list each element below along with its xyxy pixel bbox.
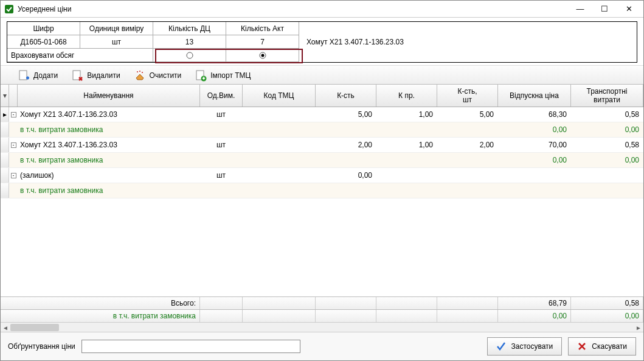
table-row[interactable]: ▸-Хомут Х21 3.407.1-136.23.03шт5,001,005… — [1, 107, 643, 122]
cell-code — [243, 143, 316, 147]
cell-qty: 2,00 — [316, 139, 376, 151]
row-marker — [1, 183, 9, 198]
radio-akt[interactable] — [226, 49, 299, 62]
close-button[interactable]: ✕ — [617, 2, 641, 16]
cell-price: 0,00 — [498, 124, 571, 136]
cell-transport — [571, 173, 643, 177]
table-row[interactable]: в т.ч. витрати замовника0,000,00 — [1, 122, 643, 138]
justify-label: Обґрунтування ціни — [8, 342, 75, 351]
minimize-button[interactable]: — — [568, 2, 592, 16]
cell-unit — [200, 158, 243, 162]
cell-transport — [571, 189, 643, 192]
scroll-left-icon[interactable]: ◄ — [1, 323, 10, 332]
h-qty[interactable]: К-сть — [316, 85, 376, 107]
svg-point-7 — [139, 71, 140, 72]
cell-transport: 0,00 — [571, 154, 643, 166]
cell-transport: 0,58 — [571, 108, 643, 121]
apply-label: Застосувати — [511, 342, 553, 351]
justify-input[interactable] — [81, 340, 300, 353]
grid-header: ▾ Найменування Од.Вим. Код ТМЦ К-сть К п… — [1, 85, 643, 107]
row-marker — [1, 138, 9, 152]
radio-dc[interactable] — [153, 49, 226, 62]
grid-body[interactable]: ▸-Хомут Х21 3.407.1-136.23.03шт5,001,005… — [1, 107, 643, 296]
cancel-label: Скасувати — [592, 342, 627, 351]
cell-name: (залишок) — [18, 169, 200, 181]
h-name[interactable]: Найменування — [18, 85, 200, 107]
add-icon — [18, 69, 30, 82]
footer: Обґрунтування ціни Застосувати Скасувати — [1, 332, 643, 360]
h-code[interactable]: Код ТМЦ — [243, 85, 316, 107]
val-qty-akt: 7 — [226, 35, 299, 49]
col-unit: Одиниця виміру — [80, 22, 153, 35]
cell-code — [243, 113, 316, 116]
svg-point-3 — [261, 54, 264, 57]
h-transport[interactable]: Транспортні витрати — [571, 85, 643, 107]
row-selector-dropdown[interactable]: ▾ — [1, 85, 9, 107]
add-button[interactable]: Додати — [18, 69, 58, 82]
delete-icon — [71, 69, 83, 82]
h-kpr[interactable]: К пр. — [376, 85, 437, 107]
cancel-button[interactable]: Скасувати — [568, 337, 636, 356]
val-shifr: Д1605-01-068 — [7, 35, 80, 49]
h-price[interactable]: Відпускна ціна — [498, 85, 571, 107]
data-grid: ▾ Найменування Од.Вим. Код ТМЦ К-сть К п… — [1, 85, 643, 332]
cell-qty: 0,00 — [316, 169, 376, 181]
h-unit[interactable]: Од.Вим. — [200, 85, 243, 107]
totals: Всього: 68,79 0,58 в т.ч. витрати замовн… — [1, 296, 643, 322]
add-label: Додати — [33, 71, 58, 80]
table-row[interactable]: -(залишок)шт0,00 — [1, 168, 643, 183]
clear-button[interactable]: Очистити — [134, 69, 182, 82]
total-child-transport: 0,00 — [571, 310, 643, 322]
row-marker: ▸ — [1, 107, 9, 122]
svg-rect-4 — [19, 71, 27, 80]
cell-qty_sht — [437, 189, 498, 192]
cell-code — [243, 158, 316, 162]
row-marker — [1, 153, 9, 167]
cell-kpr — [376, 128, 437, 131]
cell-transport: 0,58 — [571, 139, 643, 151]
import-button[interactable]: Імпорт ТМЦ — [195, 69, 251, 82]
cell-code — [243, 173, 316, 177]
expand-toggle[interactable]: - — [9, 142, 18, 148]
cell-unit: шт — [200, 108, 243, 121]
clear-icon — [134, 69, 146, 82]
cell-qty_sht — [437, 128, 498, 131]
val-qty-dc: 13 — [153, 35, 226, 49]
cell-unit — [200, 189, 243, 192]
table-row[interactable]: -Хомут Х21 3.407.1-136.23.03шт2,001,002,… — [1, 138, 643, 153]
cell-price — [498, 189, 571, 192]
info-panel: Шифр Одиниця виміру Кількість ДЦ Кількіс… — [1, 18, 643, 65]
svg-point-1 — [187, 52, 193, 58]
apply-button[interactable]: Застосувати — [487, 337, 562, 356]
scroll-right-icon[interactable]: ► — [634, 323, 643, 332]
import-label: Імпорт ТМЦ — [210, 71, 251, 80]
window-title: Усереднені ціни — [18, 5, 568, 13]
cell-unit: шт — [200, 169, 243, 181]
val-unit: шт — [80, 35, 153, 49]
cell-qty_sht — [437, 158, 498, 162]
horizontal-scrollbar[interactable]: ◄ ► — [1, 322, 643, 332]
cell-qty — [316, 128, 376, 131]
delete-button[interactable]: Видалити — [71, 69, 120, 82]
cell-unit — [200, 128, 243, 131]
expand-toggle[interactable]: - — [9, 173, 18, 178]
svg-point-8 — [142, 72, 143, 73]
expand-toggle[interactable]: - — [9, 112, 18, 117]
maximize-button[interactable]: ☐ — [592, 2, 617, 16]
scroll-thumb[interactable] — [10, 324, 59, 331]
clear-label: Очистити — [150, 71, 182, 80]
col-qty-akt: Кількість Акт — [226, 22, 299, 35]
table-row[interactable]: в т.ч. витрати замовника0,000,00 — [1, 153, 643, 168]
h-qty-sht[interactable]: К-сть, шт — [437, 85, 498, 107]
app-icon — [4, 4, 14, 14]
check-icon — [496, 342, 506, 351]
total-price: 68,79 — [498, 297, 571, 309]
cell-qty — [316, 189, 376, 192]
cell-kpr — [376, 173, 437, 177]
table-row[interactable]: в т.ч. витрати замовника — [1, 183, 643, 198]
total-transport: 0,58 — [571, 297, 643, 309]
import-icon — [195, 69, 207, 82]
cell-name: Хомут Х21 3.407.1-136.23.03 — [18, 108, 200, 121]
cell-price: 70,00 — [498, 139, 571, 151]
cell-kpr: 1,00 — [376, 108, 437, 121]
